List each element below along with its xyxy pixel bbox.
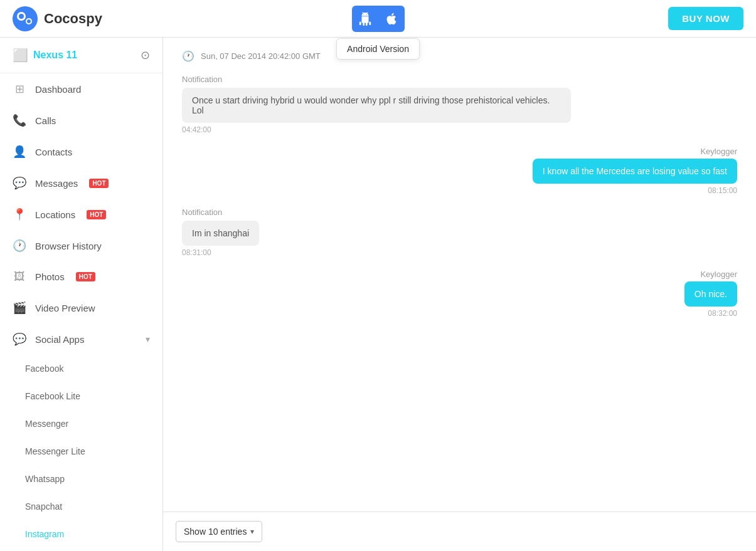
contacts-label: Contacts — [35, 147, 72, 157]
sidebar-item-messages[interactable]: 💬 Messages HOT — [0, 167, 162, 199]
sidebar-item-contacts[interactable]: 👤 Contacts — [0, 136, 162, 167]
social-apps-label: Social Apps — [35, 334, 84, 345]
locations-hot-badge: HOT — [87, 210, 106, 219]
sidebar-item-whatsapp[interactable]: Whatsapp — [0, 465, 162, 493]
main-layout: ⬜ Nexus 11 ⊙ ⊞ Dashboard 📞 Calls 👤 Conta… — [0, 38, 756, 551]
whatsapp-label: Whatsapp — [25, 474, 65, 484]
social-apps-icon: 💬 — [13, 332, 26, 346]
sidebar-item-locations[interactable]: 📍 Locations HOT — [0, 199, 162, 230]
keylogger-2: Keylogger Oh nice. 08:32:00 — [182, 270, 737, 318]
apple-button[interactable] — [378, 6, 405, 32]
logo-area: Cocospy — [13, 6, 102, 31]
messages-label: Messages — [35, 178, 78, 189]
sidebar-item-social-apps[interactable]: 💬 Social Apps ▾ — [0, 323, 162, 355]
messenger-label: Messenger — [25, 419, 68, 429]
notification-1: Notification Once u start driving hybrid… — [182, 75, 737, 134]
keylogger1-bubble: I know all the Mercedes are losing value… — [533, 159, 737, 184]
header-center: Android Version — [352, 6, 405, 32]
facebook-lite-label: Facebook Lite — [25, 391, 80, 401]
notification1-bubble: Once u start driving hybrid u would wond… — [182, 88, 571, 123]
date-clock-icon: 🕐 — [182, 50, 194, 62]
keylogger-1: Keylogger I know all the Mercedes are lo… — [182, 147, 737, 195]
dashboard-icon: ⊞ — [13, 82, 26, 96]
sidebar-item-video-preview[interactable]: 🎬 Video Preview — [0, 292, 162, 323]
sidebar: ⬜ Nexus 11 ⊙ ⊞ Dashboard 📞 Calls 👤 Conta… — [0, 38, 163, 551]
notification1-label: Notification — [182, 75, 737, 84]
entries-select[interactable]: Show 10 entries ▾ — [176, 521, 262, 542]
browser-history-label: Browser History — [35, 241, 102, 251]
calls-label: Calls — [35, 115, 56, 126]
logo-icon — [13, 6, 38, 31]
sidebar-item-snapchat[interactable]: Snapchat — [0, 493, 162, 520]
messages-hot-badge: HOT — [89, 179, 109, 188]
entries-chevron-icon: ▾ — [250, 527, 254, 536]
android-button[interactable] — [352, 6, 378, 32]
device-tablet-icon: ⬜ — [13, 48, 28, 63]
photos-icon: 🖼 — [13, 270, 26, 283]
svg-point-2 — [19, 14, 24, 19]
entries-label: Show 10 entries — [184, 527, 247, 537]
header: Cocospy Android Version BUY NOW — [0, 0, 756, 38]
keylogger1-timestamp: 08:15:00 — [708, 186, 737, 195]
keylogger2-timestamp: 08:32:00 — [708, 309, 737, 318]
instagram-label: Instagram — [25, 529, 64, 539]
sidebar-item-photos[interactable]: 🖼 Photos HOT — [0, 261, 162, 292]
sidebar-item-browser-history[interactable]: 🕐 Browser History — [0, 230, 162, 261]
locations-icon: 📍 — [13, 207, 26, 221]
dashboard-label: Dashboard — [35, 84, 81, 95]
sidebar-item-messenger[interactable]: Messenger — [0, 410, 162, 438]
sidebar-item-facebook-lite[interactable]: Facebook Lite — [0, 382, 162, 410]
notification1-timestamp: 04:42:00 — [182, 125, 737, 134]
keylogger1-label: Keylogger — [700, 147, 737, 156]
social-apps-chevron-icon: ▾ — [146, 334, 150, 344]
footer-bar: Show 10 entries ▾ — [163, 512, 756, 551]
chat-container: 🕐 Sun, 07 Dec 2014 20:42:00 GMT Notifica… — [163, 38, 756, 512]
calls-icon: 📞 — [13, 113, 26, 127]
locations-label: Locations — [35, 209, 75, 220]
snapchat-label: Snapchat — [25, 501, 62, 512]
keylogger2-label: Keylogger — [700, 270, 737, 279]
notification2-label: Notification — [182, 207, 737, 217]
photos-label: Photos — [35, 271, 65, 282]
android-icon — [358, 12, 372, 26]
sidebar-item-dashboard[interactable]: ⊞ Dashboard — [0, 73, 162, 105]
sidebar-item-messenger-lite[interactable]: Messenger Lite — [0, 438, 162, 465]
sidebar-item-instagram[interactable]: Instagram — [0, 520, 162, 548]
date-row: 🕐 Sun, 07 Dec 2014 20:42:00 GMT — [182, 50, 737, 62]
notification-2: Notification Im in shanghai 08:31:00 — [182, 207, 737, 257]
logo-text: Cocospy — [44, 11, 102, 27]
messenger-lite-label: Messenger Lite — [25, 446, 85, 456]
content-area: 🕐 Sun, 07 Dec 2014 20:42:00 GMT Notifica… — [163, 38, 756, 551]
notification2-bubble: Im in shanghai — [182, 221, 259, 246]
svg-point-4 — [27, 19, 31, 23]
photos-hot-badge: HOT — [76, 272, 95, 281]
sidebar-item-facebook[interactable]: Facebook — [0, 355, 162, 382]
notification2-timestamp: 08:31:00 — [182, 248, 737, 257]
facebook-label: Facebook — [25, 364, 63, 374]
sidebar-item-calls[interactable]: 📞 Calls — [0, 105, 162, 136]
device-row: ⬜ Nexus 11 ⊙ — [0, 38, 162, 73]
device-chevron-icon[interactable]: ⊙ — [141, 48, 150, 62]
buy-now-button[interactable]: BUY NOW — [668, 7, 743, 30]
apple-icon — [385, 12, 398, 26]
android-tooltip: Android Version — [336, 38, 420, 60]
contacts-icon: 👤 — [13, 145, 26, 159]
browser-history-icon: 🕐 — [13, 239, 26, 253]
video-preview-icon: 🎬 — [13, 301, 26, 315]
messages-icon: 💬 — [13, 176, 26, 190]
chat-date: Sun, 07 Dec 2014 20:42:00 GMT — [201, 51, 321, 61]
video-preview-label: Video Preview — [35, 303, 95, 313]
platform-buttons — [352, 6, 405, 32]
keylogger2-bubble: Oh nice. — [684, 281, 737, 307]
device-name: Nexus 11 — [33, 50, 77, 61]
svg-point-0 — [13, 6, 38, 31]
